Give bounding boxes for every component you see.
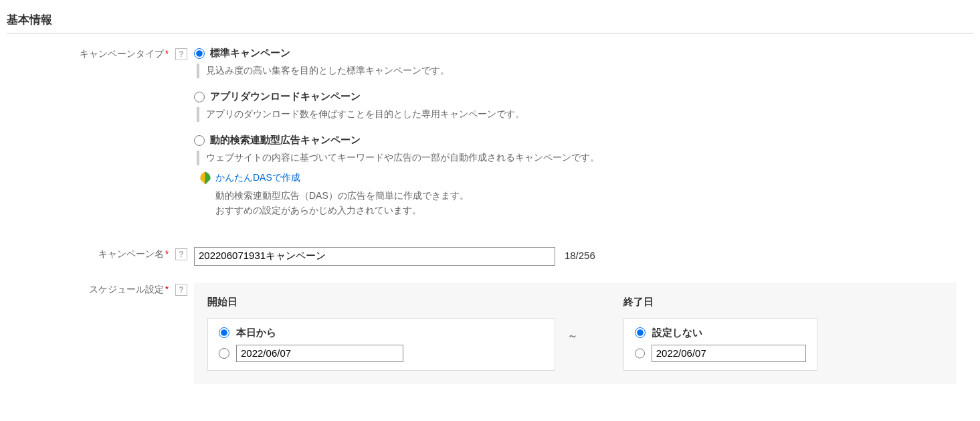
campaign-name-counter: 18/256 xyxy=(565,250,595,261)
campaign-type-option-das: 動的検索連動型広告キャンペーン ウェブサイトの内容に基づいてキーワードや広告の一… xyxy=(194,134,947,218)
campaign-type-option-standard: 標準キャンペーン 見込み度の高い集客を目的とした標準キャンペーンです。 xyxy=(194,47,947,78)
start-radio-date[interactable] xyxy=(219,348,229,359)
label-schedule-text: スケジュール設定 xyxy=(89,284,164,294)
schedule-start-col: 開始日 本日から xyxy=(207,296,555,371)
help-icon[interactable]: ? xyxy=(175,284,187,296)
required-mark: * xyxy=(165,248,169,259)
schedule-end-inner: 設定しない xyxy=(623,318,817,371)
end-label-none: 設定しない xyxy=(652,327,702,339)
campaign-name-input[interactable] xyxy=(194,247,555,266)
campaign-type-option-app: アプリダウンロードキャンペーン アプリのダウンロード数を伸ばすことを目的とした専… xyxy=(194,90,947,122)
campaign-type-radio-app[interactable]: アプリダウンロードキャンペーン xyxy=(194,90,947,103)
schedule-start-title: 開始日 xyxy=(207,296,555,309)
schedule-tilde: ～ xyxy=(567,329,578,343)
end-date-input[interactable] xyxy=(652,345,806,362)
radio-input-das[interactable] xyxy=(194,135,205,146)
required-mark: * xyxy=(165,284,169,294)
end-option-none[interactable]: 設定しない xyxy=(635,327,806,339)
schedule-end-col: 終了日 設定しない xyxy=(623,296,817,371)
radio-label-standard: 標準キャンペーン xyxy=(210,47,290,60)
start-option-today[interactable]: 本日から xyxy=(219,327,544,339)
row-schedule: スケジュール設定* ? 開始日 本日から xyxy=(7,282,973,384)
row-campaign-type: キャンペーンタイプ* ? 標準キャンペーン 見込み度の高い集客を目的とした標準キ… xyxy=(7,47,973,230)
radio-input-standard[interactable] xyxy=(194,48,205,59)
required-mark: * xyxy=(165,48,169,59)
help-icon[interactable]: ? xyxy=(175,248,187,260)
end-option-date[interactable] xyxy=(635,345,806,362)
campaign-type-radio-das[interactable]: 動的検索連動型広告キャンペーン xyxy=(194,134,947,147)
label-campaign-name: キャンペーン名* ? xyxy=(7,247,194,260)
desc-app: アプリのダウンロード数を伸ばすことを目的とした専用キャンペーンです。 xyxy=(197,107,947,122)
desc-standard: 見込み度の高い集客を目的とした標準キャンペーンです。 xyxy=(197,64,947,78)
start-date-input[interactable] xyxy=(236,345,403,362)
campaign-type-radio-standard[interactable]: 標準キャンペーン xyxy=(194,47,947,60)
start-label-today: 本日から xyxy=(236,327,276,339)
campaign-type-options: 標準キャンペーン 見込み度の高い集客を目的とした標準キャンペーンです。 アプリダ… xyxy=(194,47,973,230)
schedule-box: 開始日 本日から ～ 終了日 xyxy=(194,282,957,384)
label-campaign-name-text: キャンペーン名 xyxy=(98,248,164,259)
easy-das-link[interactable]: かんたんDASで作成 xyxy=(198,171,947,185)
label-campaign-type-text: キャンペーンタイプ xyxy=(80,48,164,59)
radio-label-das: 動的検索連動型広告キャンペーン xyxy=(210,134,361,147)
schedule-start-inner: 本日から xyxy=(207,318,555,371)
easy-das-sub1: 動的検索連動型広告（DAS）の広告を簡単に作成できます。 xyxy=(215,188,947,203)
end-radio-none[interactable] xyxy=(635,327,646,338)
desc-das: ウェブサイトの内容に基づいてキーワードや広告の一部が自動作成されるキャンペーンで… xyxy=(197,151,947,165)
leaf-icon xyxy=(198,171,213,185)
row-campaign-name: キャンペーン名* ? 18/256 xyxy=(7,247,973,266)
campaign-name-value: 18/256 xyxy=(194,247,973,266)
schedule-value: 開始日 本日から ～ 終了日 xyxy=(194,282,980,384)
radio-input-app[interactable] xyxy=(194,92,205,102)
basic-info-section: 基本情報 キャンペーンタイプ* ? 標準キャンペーン 見込み度の高い集客を目的と… xyxy=(7,7,973,384)
schedule-end-title: 終了日 xyxy=(623,296,817,309)
help-icon[interactable]: ? xyxy=(175,48,187,60)
label-campaign-type: キャンペーンタイプ* ? xyxy=(7,47,194,60)
start-option-date[interactable] xyxy=(219,345,544,362)
label-schedule: スケジュール設定* ? xyxy=(7,282,194,296)
start-radio-today[interactable] xyxy=(219,327,229,338)
section-title: 基本情報 xyxy=(7,7,973,33)
easy-das-link-text: かんたんDASで作成 xyxy=(215,172,300,184)
easy-das-sub2: おすすめの設定があらかじめ入力されています。 xyxy=(215,203,947,218)
radio-label-app: アプリダウンロードキャンペーン xyxy=(210,90,361,103)
end-radio-date[interactable] xyxy=(635,348,645,359)
